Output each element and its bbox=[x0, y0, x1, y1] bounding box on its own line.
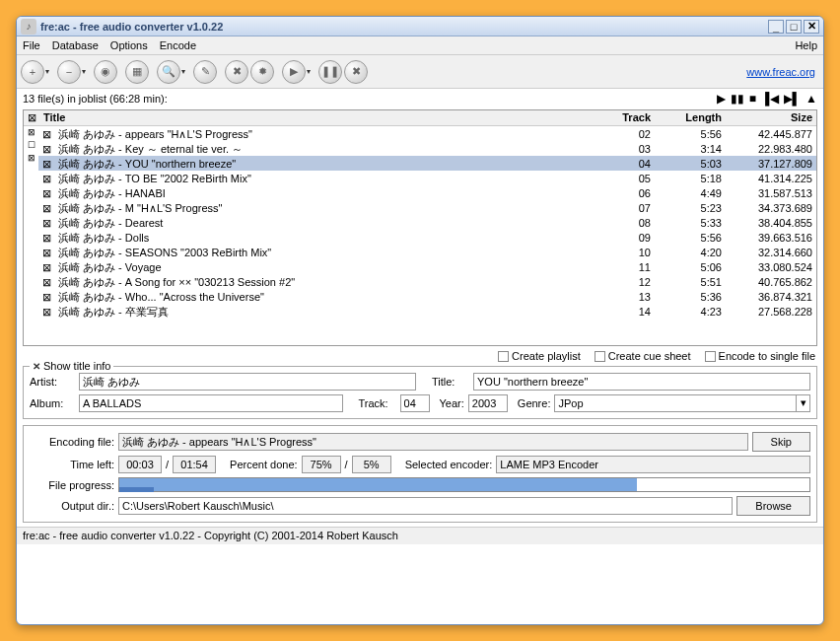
check-item[interactable]: ☐ bbox=[28, 140, 35, 150]
col-length[interactable]: Length bbox=[655, 110, 726, 125]
cell-size: 40.765.862 bbox=[726, 274, 816, 289]
cell-title: 浜崎 あゆみ - appears "H∧L'S Progress" bbox=[54, 126, 595, 141]
dropdown-icon[interactable]: ▾ bbox=[45, 67, 49, 76]
remove-file-icon[interactable]: − bbox=[57, 60, 81, 84]
cell-size: 38.404.855 bbox=[726, 215, 816, 230]
menu-help[interactable]: Help bbox=[795, 39, 817, 51]
album-input[interactable] bbox=[79, 394, 343, 412]
table-row[interactable]: ⊠浜崎 あゆみ - SEASONS "2003 ReBirth Mix"104:… bbox=[38, 245, 816, 259]
cell-title: 浜崎 あゆみ - Dearest bbox=[54, 215, 595, 230]
checkbox-playlist[interactable]: Create playlist bbox=[498, 350, 581, 362]
prev-icon[interactable]: ▐◀ bbox=[761, 92, 779, 106]
table-row[interactable]: ⊠浜崎 あゆみ - YOU "northern breeze"045:0337.… bbox=[38, 156, 816, 171]
maximize-button[interactable]: □ bbox=[786, 20, 802, 34]
row-check-icon[interactable]: ⊠ bbox=[38, 289, 54, 304]
check-item[interactable]: ⊠ bbox=[28, 127, 35, 137]
row-check-icon[interactable]: ⊠ bbox=[38, 215, 54, 230]
table-row[interactable]: ⊠浜崎 あゆみ - A Song for ×× "030213 Session … bbox=[38, 274, 816, 289]
row-check-icon[interactable]: ⊠ bbox=[38, 200, 54, 215]
stop-icon[interactable]: ■ bbox=[749, 92, 756, 106]
menubar: File Database Options Encode Help bbox=[17, 36, 823, 55]
stop-icon[interactable]: ✖ bbox=[344, 60, 368, 84]
play-icon[interactable]: ▶ bbox=[717, 92, 726, 106]
tag-icon[interactable]: ✎ bbox=[193, 60, 217, 84]
add-file-icon[interactable]: + bbox=[21, 60, 44, 84]
table-row[interactable]: ⊠浜崎 あゆみ - M "H∧L'S Progress"075:2334.373… bbox=[38, 200, 816, 215]
title-input[interactable] bbox=[473, 373, 810, 391]
checkbox-singlefile[interactable]: Encode to single file bbox=[705, 350, 815, 362]
row-check-icon[interactable]: ⊠ bbox=[38, 126, 54, 141]
output-dir-label: Output dir.: bbox=[30, 500, 114, 512]
next-icon[interactable]: ▶▌ bbox=[784, 92, 802, 106]
menu-encode[interactable]: Encode bbox=[160, 39, 196, 51]
table-row[interactable]: ⊠浜崎 あゆみ - HANABI064:4931.587.513 bbox=[38, 185, 816, 200]
table-row[interactable]: ⊠浜崎 あゆみ - Dearest085:3338.404.855 bbox=[38, 215, 816, 230]
minimize-button[interactable]: _ bbox=[768, 20, 784, 34]
row-check-icon[interactable]: ⊠ bbox=[38, 274, 54, 289]
menu-database[interactable]: Database bbox=[52, 39, 99, 51]
row-check-icon[interactable]: ⊠ bbox=[38, 141, 54, 156]
output-dir-input[interactable] bbox=[118, 497, 733, 515]
eject-icon[interactable]: ▲ bbox=[805, 92, 817, 106]
table-row[interactable]: ⊠浜崎 あゆみ - Dolls095:5639.663.516 bbox=[38, 230, 816, 245]
cell-title: 浜崎 あゆみ - Key ～ eternal tie ver. ～ bbox=[54, 141, 595, 156]
cell-track: 13 bbox=[595, 289, 655, 304]
check-all[interactable]: ⊠ bbox=[24, 110, 39, 125]
cd-icon[interactable]: ◉ bbox=[94, 60, 117, 84]
row-check-icon[interactable]: ⊠ bbox=[38, 156, 54, 171]
genre-input[interactable] bbox=[554, 394, 797, 412]
dropdown-icon[interactable]: ▾ bbox=[82, 67, 86, 76]
col-title[interactable]: Title bbox=[39, 110, 595, 125]
db-icon[interactable]: ▦ bbox=[125, 60, 149, 84]
menu-options[interactable]: Options bbox=[110, 39, 148, 51]
table-row[interactable]: ⊠浜崎 あゆみ - Voyage115:0633.080.524 bbox=[38, 259, 816, 274]
pause-icon[interactable]: ▮▮ bbox=[731, 92, 744, 106]
table-row[interactable]: ⊠浜崎 あゆみ - 卒業写真144:2327.568.228 bbox=[38, 304, 816, 319]
checkbox-cuesheet[interactable]: Create cue sheet bbox=[595, 350, 691, 362]
album-label: Album: bbox=[30, 397, 75, 409]
check-item[interactable]: ⊠ bbox=[28, 153, 35, 163]
track-input[interactable] bbox=[400, 394, 430, 412]
row-check-icon[interactable]: ⊠ bbox=[38, 259, 54, 274]
cell-title: 浜崎 あゆみ - Voyage bbox=[54, 259, 595, 274]
title-label: Title: bbox=[432, 376, 469, 388]
menu-file[interactable]: File bbox=[23, 39, 40, 51]
cell-length: 5:06 bbox=[655, 259, 726, 274]
toolbar: +▾ −▾ ◉ ▦ 🔍▾ ✎ ✖ ✹ ▶▾ ❚❚ ✖ www.freac.org bbox=[17, 55, 823, 89]
year-input[interactable] bbox=[468, 394, 508, 412]
cell-size: 27.568.228 bbox=[726, 304, 816, 319]
artist-input[interactable] bbox=[79, 373, 416, 391]
dropdown-icon[interactable]: ▾ bbox=[307, 67, 311, 76]
cell-size: 41.314.225 bbox=[726, 171, 816, 185]
legend-label: Show title info bbox=[43, 360, 110, 372]
cell-length: 4:20 bbox=[655, 245, 726, 259]
play-encode-icon[interactable]: ▶ bbox=[282, 60, 306, 84]
row-check-icon[interactable]: ⊠ bbox=[38, 304, 54, 319]
cell-title: 浜崎 あゆみ - A Song for ×× "030213 Session #… bbox=[54, 274, 595, 289]
gear-icon[interactable]: ✹ bbox=[250, 60, 274, 84]
table-row[interactable]: ⊠浜崎 あゆみ - Who... "Across the Universe"13… bbox=[38, 289, 816, 304]
homepage-link[interactable]: www.freac.org bbox=[746, 66, 815, 78]
table-row[interactable]: ⊠浜崎 あゆみ - Key ～ eternal tie ver. ～033:14… bbox=[38, 141, 816, 156]
col-track[interactable]: Track bbox=[595, 110, 655, 125]
row-check-icon[interactable]: ⊠ bbox=[38, 185, 54, 200]
row-check-icon[interactable]: ⊠ bbox=[38, 245, 54, 259]
settings-icon[interactable]: ✖ bbox=[225, 60, 248, 84]
pause-icon[interactable]: ❚❚ bbox=[318, 60, 342, 84]
table-row[interactable]: ⊠浜崎 あゆみ - TO BE "2002 ReBirth Mix"055:18… bbox=[38, 171, 816, 185]
dropdown-icon[interactable]: ▾ bbox=[181, 67, 185, 76]
skip-button[interactable]: Skip bbox=[752, 432, 810, 452]
titlebar: ♪ fre:ac - free audio converter v1.0.22 … bbox=[17, 17, 823, 36]
close-icon[interactable]: ✕ bbox=[33, 361, 40, 372]
table-row[interactable]: ⊠浜崎 あゆみ - appears "H∧L'S Progress"025:56… bbox=[38, 126, 816, 141]
row-check-icon[interactable]: ⊠ bbox=[38, 230, 54, 245]
check-column[interactable]: ⊠ ☐ ⊠ bbox=[24, 126, 38, 319]
row-check-icon[interactable]: ⊠ bbox=[38, 171, 54, 185]
app-window: ♪ fre:ac - free audio converter v1.0.22 … bbox=[16, 16, 824, 625]
col-size[interactable]: Size bbox=[726, 110, 816, 125]
search-icon[interactable]: 🔍 bbox=[157, 60, 180, 84]
browse-button[interactable]: Browse bbox=[736, 496, 810, 516]
close-button[interactable]: ✕ bbox=[804, 20, 819, 34]
chevron-down-icon[interactable]: ▾ bbox=[797, 394, 810, 412]
track-list: ⊠ Title Track Length Size ⊠ ☐ ⊠ ⊠浜崎 あゆみ … bbox=[23, 109, 817, 346]
